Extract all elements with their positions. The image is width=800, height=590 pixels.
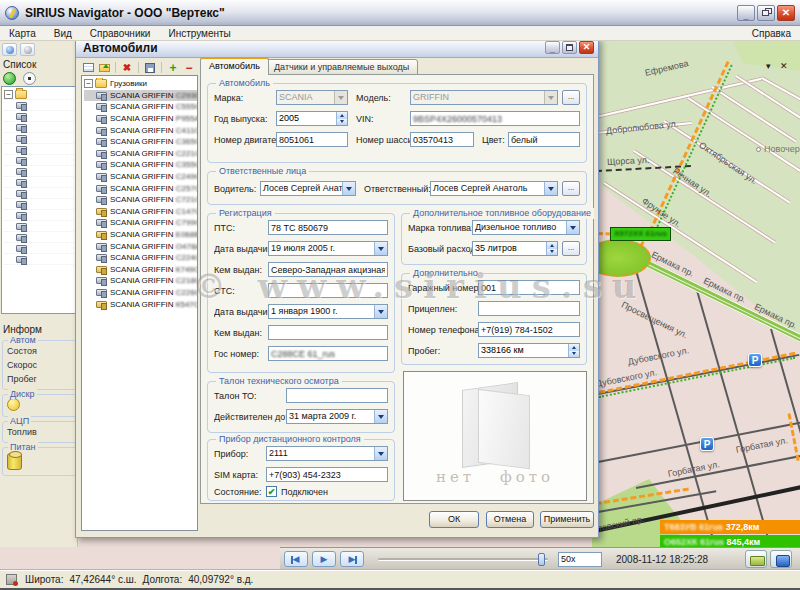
sidebar-list-item[interactable] — [4, 188, 76, 199]
tree-item-vehicle[interactable]: SCANIA GRIFFIN С224ОС 61rus — [84, 252, 197, 264]
vin-input[interactable]: 9BSP4X26000570413 — [410, 111, 580, 126]
save-button[interactable] — [143, 61, 157, 74]
sidebar-list-item[interactable] — [4, 254, 76, 265]
sidebar-list-item[interactable] — [4, 177, 76, 188]
panel-button[interactable] — [770, 550, 792, 568]
tree-item-vehicle[interactable]: SCANIA GRIFFIN Е068ВХ 161rus — [84, 229, 197, 241]
sidebar-list-item[interactable] — [4, 199, 76, 210]
ok-button[interactable]: ОК — [429, 511, 479, 528]
tab-vehicle[interactable]: Автомобиль — [200, 57, 269, 75]
model-browse-button[interactable]: ... — [562, 90, 580, 105]
tree-item-vehicle[interactable]: SCANIA GRIFFIN С721ОС 61rus — [84, 194, 197, 206]
issued-by-input[interactable] — [268, 262, 388, 277]
tree-item-vehicle[interactable]: SCANIA GRIFFIN С226ОС 61rus — [84, 287, 197, 299]
sidebar-list-item[interactable] — [4, 100, 76, 111]
play-button[interactable]: ▶ — [312, 551, 336, 567]
inspection-input[interactable] — [286, 388, 388, 403]
spin-down-icon[interactable] — [337, 119, 347, 126]
fuel-select[interactable]: Дизельное топливо — [472, 220, 580, 235]
restore-button[interactable] — [757, 5, 775, 21]
card-view-button[interactable] — [81, 61, 95, 74]
issue-date-select[interactable]: 19 июля 2005 г. — [268, 241, 388, 256]
menu-tools[interactable]: Инструменты — [159, 28, 239, 39]
skip-end-button[interactable]: ▶ — [340, 551, 364, 567]
dialog-close-button[interactable]: ✕ — [579, 41, 594, 54]
tree-item-vehicle[interactable]: SCANIA GRIFFIN Р955АА 61rus — [84, 113, 197, 125]
tree-item-vehicle[interactable]: SCANIA GRIFFIN С555ОЕ 61rus — [84, 101, 197, 113]
mileage-stepper[interactable]: 338166 км — [478, 343, 580, 358]
tree-item-vehicle[interactable]: SCANIA GRIFFIN С249ОС 61rus — [84, 171, 197, 183]
dialog-titlebar[interactable]: Автомобили _ ✕ — [76, 38, 598, 58]
connected-checkbox[interactable]: ✔ — [266, 486, 277, 497]
pts-input[interactable] — [268, 220, 388, 235]
globe-icon[interactable] — [3, 72, 16, 85]
sts-input[interactable] — [268, 283, 388, 298]
remove-button[interactable]: − — [182, 61, 196, 74]
tree-item-vehicle[interactable]: SCANIA GRIFFIN С799ОВ 61rus — [84, 217, 197, 229]
parking-icon[interactable]: P — [748, 353, 762, 367]
sidebar-list-item[interactable] — [4, 144, 76, 155]
sidebar-list-item[interactable] — [4, 243, 76, 254]
tree-item-vehicle[interactable]: SCANIA GRIFFIN О478АУ 61rus — [84, 240, 197, 252]
delete-button[interactable]: ✖ — [120, 61, 134, 74]
slider-thumb[interactable] — [538, 553, 545, 566]
tree-item-vehicle[interactable]: SCANIA GRIFFIN С355ОС 61rus — [84, 159, 197, 171]
spin-down-icon[interactable] — [569, 351, 579, 358]
sidebar-list-item[interactable] — [4, 133, 76, 144]
map-close-icon[interactable]: ✕ — [780, 61, 788, 71]
sim-input[interactable] — [266, 467, 388, 482]
apply-button[interactable]: Применить — [540, 511, 594, 528]
driver-select[interactable]: Лосев Сергей Анатоль — [260, 181, 356, 196]
model-select[interactable]: GRIFFIN — [410, 90, 558, 105]
menu-directories[interactable]: Справочники — [81, 28, 160, 39]
dialog-maximize-button[interactable] — [562, 41, 577, 54]
responsible-browse-button[interactable]: ... — [562, 181, 580, 196]
tab-sensors[interactable]: Датчики и управляемые выходы — [265, 59, 418, 75]
brand-select[interactable]: SCANIA — [276, 90, 348, 105]
chassis-input[interactable] — [410, 132, 474, 147]
spin-down-icon[interactable] — [547, 249, 557, 256]
engine-input[interactable] — [276, 132, 348, 147]
sidebar-list-item[interactable] — [4, 166, 76, 177]
minimize-button[interactable]: _ — [737, 5, 755, 21]
collapse-icon[interactable]: − — [84, 79, 93, 88]
tree-item-vehicle[interactable]: SCANIA GRIFFIN К749ОМ 161rus — [84, 264, 197, 276]
tree-item-vehicle[interactable]: SCANIA GRIFFIN К547ОХ 161rus — [84, 298, 197, 310]
menu-map[interactable]: Карта — [0, 28, 45, 39]
vehicle-plate-label[interactable]: Х972ХХ 61rus — [610, 227, 671, 241]
speed-input[interactable] — [558, 552, 602, 567]
collapse-icon[interactable]: − — [4, 90, 13, 99]
trailer-input[interactable] — [478, 301, 580, 316]
color-input[interactable] — [508, 132, 580, 147]
device-select[interactable]: 2111 — [266, 446, 388, 461]
cancel-button[interactable]: Отмена — [486, 511, 534, 528]
sidebar-list-item[interactable] — [4, 122, 76, 133]
add-button[interactable]: + — [166, 61, 180, 74]
skip-start-button[interactable]: ◀ — [284, 551, 308, 567]
menu-help[interactable]: Справка — [743, 28, 800, 39]
year-stepper[interactable]: 2005 — [276, 111, 348, 126]
tree-item-vehicle[interactable]: SCANIA GRIFFIN С218ОС 61rus — [84, 275, 197, 287]
tree-item-vehicle[interactable]: SCANIA GRIFFIN С293ОС 61rus — [84, 90, 197, 102]
close-button[interactable]: ✕ — [777, 5, 795, 21]
responsible-select[interactable]: Лосев Сергей Анатоль — [430, 181, 558, 196]
dialog-minimize-button[interactable]: _ — [545, 41, 560, 54]
parking-icon[interactable]: P — [700, 437, 714, 451]
map-collapse-icon[interactable]: ▾ — [766, 61, 771, 71]
garage-input[interactable] — [478, 280, 580, 295]
tree-root-trucks[interactable]: − Грузовики — [84, 78, 197, 90]
vehicle-info-orange[interactable]: Т683УВ 61rus 372,8км — [660, 520, 800, 534]
sidebar-list-item[interactable] — [4, 111, 76, 122]
window-titlebar[interactable]: SIRIUS Navigator - ООО "Вертекс" _ ✕ — [0, 0, 800, 26]
sidebar-list-item[interactable] — [4, 210, 76, 221]
sidebar-list-item[interactable] — [4, 232, 76, 243]
phone-input[interactable] — [478, 322, 580, 337]
issued-by2-input[interactable] — [268, 325, 388, 340]
settings-icon[interactable] — [20, 43, 35, 56]
consumption-stepper[interactable]: 35 литров — [472, 241, 558, 256]
sidebar-list-item[interactable] — [4, 221, 76, 232]
menu-view[interactable]: Вид — [45, 28, 81, 39]
consumption-browse-button[interactable]: ... — [562, 241, 580, 256]
sidebar-tree-root[interactable]: − — [4, 89, 76, 100]
plate-input[interactable]: С288СЕ 61_rus — [268, 346, 388, 361]
